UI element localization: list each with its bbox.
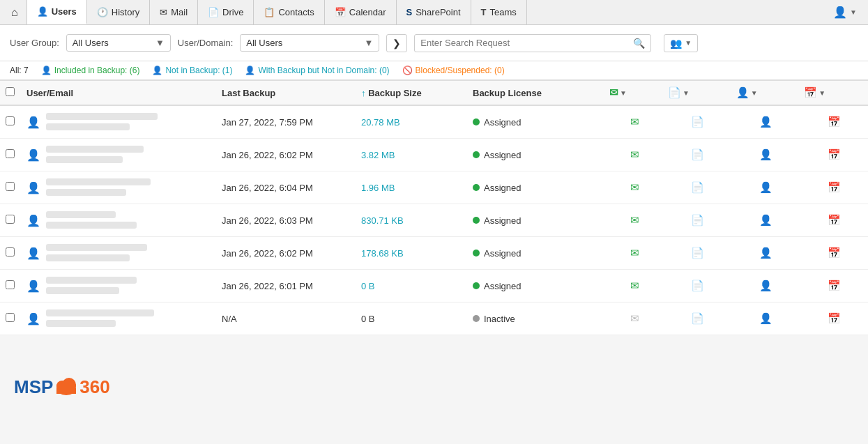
row-checkbox-cell[interactable] (0, 139, 20, 171)
nav-item-calendar[interactable]: 📅 Calendar (325, 0, 397, 24)
select-all-checkbox[interactable] (6, 87, 15, 96)
drive-action-icon[interactable]: 📄 (689, 278, 706, 293)
mail-action-icon[interactable]: ✉ (628, 213, 641, 227)
mail-action-icon[interactable]: ✉ (628, 245, 641, 260)
calendar-action-cell[interactable]: 📅 (800, 303, 868, 335)
contact-action-cell[interactable]: 👤 (732, 303, 800, 335)
row-checkbox[interactable] (6, 247, 15, 257)
drive-action-icon[interactable]: 📄 (689, 114, 706, 129)
calendar-action-cell[interactable]: 📅 (800, 139, 868, 171)
calendar-action-cell[interactable]: 📅 (800, 105, 868, 139)
mail-action-cell[interactable]: ✉ (605, 270, 664, 303)
calendar-action-icon[interactable]: 📅 (825, 147, 843, 162)
row-checkbox[interactable] (6, 215, 15, 224)
row-checkbox[interactable] (6, 116, 15, 125)
mail-action-icon[interactable]: ✉ (628, 278, 641, 293)
drive-action-cell[interactable]: 📄 (664, 270, 732, 303)
drive-action-icon[interactable]: 📄 (689, 147, 706, 162)
contact-action-icon[interactable]: 👤 (757, 213, 775, 227)
contact-action-cell[interactable]: 👤 (732, 204, 800, 237)
drive-action-cell[interactable]: 📄 (664, 139, 732, 171)
table-row: 👤 N/A 0 B Inactive ✉ (0, 303, 868, 335)
row-checkbox[interactable] (6, 280, 15, 289)
col-header-drive-actions[interactable]: 📄 ▼ (664, 81, 732, 106)
nav-item-history[interactable]: 🕐 History (87, 0, 150, 24)
stat-total-label: All: 7 (10, 66, 29, 75)
contact-action-icon[interactable]: 👤 (757, 245, 775, 260)
contact-action-cell[interactable]: 👤 (732, 105, 800, 139)
contact-action-icon[interactable]: 👤 (757, 180, 775, 194)
user-domain-dropdown[interactable]: All Users ▼ (240, 34, 379, 52)
row-checkbox-cell[interactable] (0, 105, 20, 139)
contact-action-icon[interactable]: 👤 (757, 278, 775, 293)
nav-item-teams[interactable]: T Teams (471, 0, 527, 24)
select-all-header[interactable] (0, 81, 20, 106)
nav-item-mail[interactable]: ✉ Mail (150, 0, 198, 24)
col-drive-dropdown[interactable]: ▼ (683, 89, 690, 97)
mail-action-icon[interactable]: ✉ (628, 147, 641, 162)
calendar-action-cell[interactable]: 📅 (800, 204, 868, 237)
row-checkbox[interactable] (6, 313, 15, 322)
drive-action-cell[interactable]: 📄 (664, 171, 732, 204)
mail-action-cell[interactable]: ✉ (605, 303, 664, 335)
contact-action-icon[interactable]: 👤 (757, 114, 775, 129)
calendar-action-icon[interactable]: 📅 (825, 180, 843, 194)
calendar-action-cell[interactable]: 📅 (800, 237, 868, 270)
row-checkbox-cell[interactable] (0, 303, 20, 335)
status-label: Assigned (484, 215, 521, 226)
search-input[interactable] (420, 38, 633, 48)
contact-action-cell[interactable]: 👤 (732, 139, 800, 171)
col-mail-dropdown[interactable]: ▼ (620, 89, 627, 97)
nav-item-sharepoint[interactable]: S SharePoint (397, 0, 471, 24)
mail-action-icon[interactable]: ✉ (628, 180, 641, 194)
nav-item-contacts[interactable]: 📋 Contacts (254, 0, 324, 24)
contact-action-icon[interactable]: 👤 (757, 147, 775, 162)
contact-action-cell[interactable]: 👤 (732, 171, 800, 204)
calendar-action-icon[interactable]: 📅 (825, 114, 843, 129)
row-checkbox[interactable] (6, 149, 15, 158)
user-group-dropdown[interactable]: All Users ▼ (66, 34, 171, 52)
search-icon[interactable]: 🔍 (633, 38, 645, 49)
calendar-action-icon[interactable]: 📅 (825, 245, 843, 260)
not-in-icon: 👤 (152, 66, 162, 75)
drive-action-icon[interactable]: 📄 (689, 213, 706, 227)
col-header-contact-actions[interactable]: 👤 ▼ (732, 81, 800, 106)
mail-action-cell[interactable]: ✉ (605, 237, 664, 270)
col-calendar-dropdown[interactable]: ▼ (818, 89, 825, 97)
row-checkbox-cell[interactable] (0, 237, 20, 270)
user-group-action-button[interactable]: 👥 ▼ (664, 34, 698, 52)
col-header-backup-size[interactable]: ↑ Backup Size (354, 81, 466, 106)
drive-action-icon[interactable]: 📄 (689, 245, 706, 260)
user-menu-button[interactable]: 👤 ▼ (825, 6, 865, 19)
calendar-action-cell[interactable]: 📅 (800, 171, 868, 204)
mail-action-icon[interactable]: ✉ (628, 114, 641, 129)
col-header-calendar-actions[interactable]: 📅 ▼ (800, 81, 868, 106)
drive-action-cell[interactable]: 📄 (664, 105, 732, 139)
contact-action-cell[interactable]: 👤 (732, 270, 800, 303)
calendar-action-cell[interactable]: 📅 (800, 270, 868, 303)
backup-size-cell: 20.78 MB (354, 105, 466, 139)
navigate-forward-button[interactable]: ❯ (386, 34, 407, 52)
drive-action-cell[interactable]: 📄 (664, 303, 732, 335)
mail-action-cell[interactable]: ✉ (605, 105, 664, 139)
mail-action-cell[interactable]: ✉ (605, 139, 664, 171)
drive-action-cell[interactable]: 📄 (664, 204, 732, 237)
nav-item-drive[interactable]: 📄 Drive (198, 0, 254, 24)
nav-item-users[interactable]: 👤 Users (27, 0, 87, 24)
row-checkbox-cell[interactable] (0, 270, 20, 303)
mail-action-cell[interactable]: ✉ (605, 204, 664, 237)
nav-mail-label: Mail (171, 7, 188, 17)
col-contact-dropdown[interactable]: ▼ (751, 89, 758, 97)
home-button[interactable]: ⌂ (3, 0, 27, 24)
row-checkbox[interactable] (6, 182, 15, 191)
drive-action-icon[interactable]: 📄 (689, 180, 706, 194)
calendar-action-icon[interactable]: 📅 (825, 278, 843, 293)
mail-action-cell[interactable]: ✉ (605, 171, 664, 204)
user-avatar: 👤 (26, 214, 40, 227)
calendar-action-icon[interactable]: 📅 (825, 213, 843, 227)
row-checkbox-cell[interactable] (0, 204, 20, 237)
row-checkbox-cell[interactable] (0, 171, 20, 204)
drive-action-cell[interactable]: 📄 (664, 237, 732, 270)
contact-action-cell[interactable]: 👤 (732, 237, 800, 270)
col-header-mail-actions[interactable]: ✉ ▼ (605, 81, 664, 106)
